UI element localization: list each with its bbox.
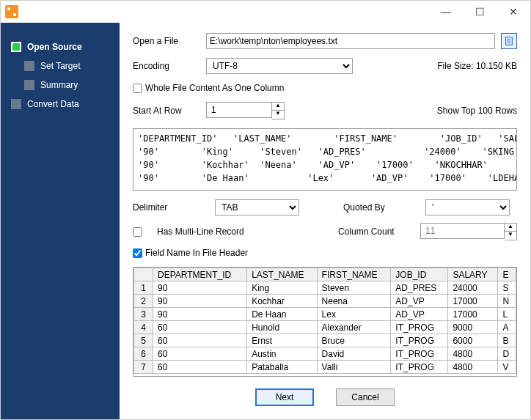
table-cell: 90 [153,308,247,321]
step-label: Summary [40,80,78,90]
table-cell: D [498,347,516,361]
column-header[interactable]: LAST_NAME [247,268,317,281]
window-controls: — ☐ ✕ [429,1,530,23]
column-count-spinner: ▲▼ [420,223,517,240]
column-count-input [420,223,505,239]
spin-down-icon: ▼ [505,232,516,240]
table-row[interactable]: 390De HaanLexAD_VP17000L [134,308,516,321]
column-header[interactable]: JOB_ID [391,268,448,281]
app-icon [5,5,18,18]
minimize-button[interactable]: — [429,1,463,23]
start-row-input[interactable] [206,102,272,118]
sidebar-item-summary[interactable]: Summary [1,75,120,95]
table-cell: A [498,321,516,334]
table-row[interactable]: 190KingStevenAD_PRES24000S [134,281,516,295]
table-cell: 4800 [448,347,498,361]
step-marker-icon [24,61,34,71]
column-header[interactable]: E [498,268,516,281]
next-button[interactable]: Next [255,388,314,406]
column-header[interactable]: FIRST_NAME [317,268,391,281]
whole-file-label: Whole File Content As One Column [145,83,284,93]
quoted-by-select[interactable]: ' [425,199,510,215]
step-label: Convert Data [27,99,79,109]
start-row-label: Start At Row [133,106,200,116]
sidebar-item-set-target[interactable]: Set Target [1,56,120,75]
start-row-spinner[interactable]: ▲▼ [206,102,285,119]
table-cell: Pataballa [247,361,317,374]
table-row[interactable]: 560ErnstBruceIT_PROG6000B [134,334,516,347]
table-cell: B [498,334,516,347]
table-row[interactable]: 660AustinDavidIT_PROG4800D [134,347,516,361]
table-cell: 90 [153,295,247,308]
column-header[interactable]: SALARY [448,268,498,281]
table-cell: 6000 [448,334,498,347]
sidebar-item-open-source[interactable]: Open Source [1,37,120,56]
table-cell: David [317,347,391,361]
table-cell: AD_VP [391,295,448,308]
table-cell: 60 [153,334,247,347]
file-path-input[interactable] [206,33,495,49]
file-size-label: File Size: 10.150 KB [437,61,517,71]
table-cell: Valli [317,361,391,374]
table-cell: 24000 [448,281,498,295]
fieldname-header-checkbox[interactable] [133,248,142,258]
table-cell: V [498,361,516,374]
data-grid[interactable]: DEPARTMENT_IDLAST_NAMEFIRST_NAMEJOB_IDSA… [133,267,517,377]
show-top-label: Show Top 100 Rows [437,106,517,116]
table-cell: 9000 [448,321,498,334]
table-cell: 17000 [448,295,498,308]
column-header[interactable]: DEPARTMENT_ID [153,268,247,281]
table-cell: Austin [247,347,317,361]
fieldname-header-label: Field Name In File Header [145,248,248,258]
table-cell: S [498,281,516,295]
table-cell: Alexander [317,321,391,334]
table-cell: Kochhar [247,295,317,308]
close-button[interactable]: ✕ [497,1,530,23]
sidebar-item-convert-data[interactable]: Convert Data [1,95,120,114]
table-cell: Ernst [247,334,317,347]
table-cell: IT_PROG [391,361,448,374]
table-cell: AD_PRES [391,281,448,295]
table-cell: 4800 [448,361,498,374]
document-icon [504,36,514,46]
delimiter-select[interactable]: TAB [215,199,299,215]
delimiter-label: Delimiter [133,202,200,213]
table-cell: 60 [153,347,247,361]
table-cell: 90 [153,281,247,295]
table-cell: N [498,295,516,308]
table-cell: L [498,308,516,321]
table-cell: Steven [317,281,391,295]
table-cell: 60 [153,321,247,334]
table-cell: IT_PROG [391,321,448,334]
step-marker-icon [24,80,34,90]
quoted-by-label: Quoted By [343,202,411,213]
table-row[interactable]: 290KochharNeenaAD_VP17000N [134,295,516,308]
whole-file-checkbox[interactable] [133,84,142,93]
step-label: Open Source [27,42,82,52]
table-cell: King [247,281,317,295]
table-cell: AD_VP [391,308,448,321]
spin-down-icon[interactable]: ▼ [272,111,284,119]
table-cell: Hunold [247,321,317,334]
step-marker-icon [11,99,21,109]
wizard-sidebar: Open Source Set Target Summary Convert D… [1,23,120,419]
table-row[interactable]: 760PataballaValliIT_PROG4800V [134,361,516,374]
multiline-label: Has Multi-Line Record [157,226,244,237]
table-cell: Bruce [317,334,391,347]
table-cell: Lex [317,308,391,321]
table-cell: 17000 [448,308,498,321]
multiline-checkbox[interactable] [133,227,142,237]
maximize-button[interactable]: ☐ [463,1,497,23]
table-cell: IT_PROG [391,347,448,361]
content-panel: Open a File Encoding UTF-8 File Size: 10… [120,23,530,419]
table-cell: IT_PROG [391,334,448,347]
browse-file-button[interactable] [501,33,517,49]
encoding-label: Encoding [133,61,200,71]
table-cell: De Haan [247,308,317,321]
encoding-select[interactable]: UTF-8 [206,58,353,74]
cancel-button[interactable]: Cancel [336,388,395,406]
raw-preview-textarea[interactable]: 'DEPARTMENT_ID' 'LAST_NAME' 'FIRST_NAME'… [133,128,517,191]
table-row[interactable]: 460HunoldAlexanderIT_PROG9000A [134,321,516,334]
column-count-label: Column Count [338,226,406,237]
step-label: Set Target [40,61,80,71]
